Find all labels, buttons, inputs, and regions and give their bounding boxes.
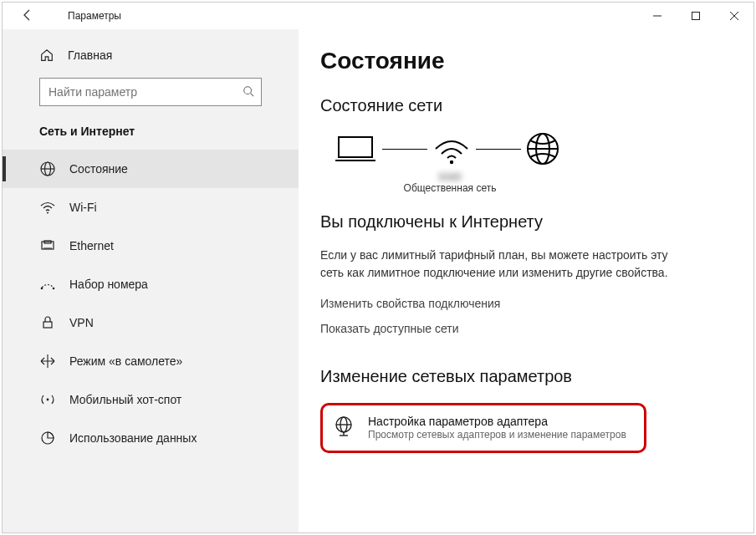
page-title: Состояние <box>320 48 720 74</box>
sidebar-item-status[interactable]: Состояние <box>3 150 299 188</box>
home-icon <box>39 48 54 63</box>
airplane-icon <box>39 353 56 369</box>
connected-body: Если у вас лимитный тарифный план, вы мо… <box>320 247 680 282</box>
close-button[interactable] <box>715 3 753 29</box>
window-title: Параметры <box>68 10 121 22</box>
sidebar-item-label: Wi-Fi <box>69 201 97 214</box>
globe-icon <box>524 130 561 167</box>
sidebar-section-label: Сеть и Интернет <box>3 125 299 150</box>
sidebar-item-vpn[interactable]: VPN <box>3 303 299 342</box>
ethernet-icon <box>39 237 56 254</box>
maximize-button[interactable] <box>677 3 715 29</box>
back-button[interactable] <box>14 8 41 24</box>
main-content: Состояние Состояние сети <box>299 29 753 532</box>
svg-point-15 <box>41 288 43 290</box>
search-icon <box>236 85 261 99</box>
search-input-wrapper[interactable] <box>39 78 262 106</box>
svg-rect-20 <box>339 137 372 157</box>
computer-icon <box>332 132 379 166</box>
sidebar-item-wifi[interactable]: Wi-Fi <box>3 188 299 227</box>
sidebar-item-label: Мобильный хот-спот <box>69 393 181 406</box>
svg-point-21 <box>450 160 453 164</box>
link-change-connection-props[interactable]: Изменить свойства подключения <box>320 297 720 310</box>
sidebar: Главная Сеть и Интернет Состояние <box>3 29 299 532</box>
sidebar-item-label: Набор номера <box>69 278 148 291</box>
adapter-icon <box>333 415 355 437</box>
sidebar-item-label: VPN <box>69 316 94 329</box>
svg-rect-1 <box>692 13 700 20</box>
link-show-available-networks[interactable]: Показать доступные сети <box>320 322 720 335</box>
sidebar-nav: Состояние Wi-Fi <box>3 150 299 457</box>
sidebar-item-ethernet[interactable]: Ethernet <box>3 227 299 265</box>
sidebar-item-label: Состояние <box>69 162 128 176</box>
change-network-settings-heading: Изменение сетевых параметров <box>320 367 720 386</box>
dialup-icon <box>39 276 56 293</box>
settings-window: Параметры Главная <box>2 2 754 533</box>
sidebar-item-label: Ethernet <box>69 239 114 252</box>
vpn-icon <box>39 314 56 331</box>
sidebar-item-hotspot[interactable]: Мобильный хот-спот <box>3 380 299 419</box>
sidebar-item-label: Использование данных <box>69 431 197 445</box>
window-control-buttons <box>638 3 753 29</box>
sidebar-item-airplane[interactable]: Режим «в самолете» <box>3 342 299 380</box>
hotspot-icon <box>39 391 56 408</box>
wifi-icon <box>39 199 56 216</box>
network-ssid: SSID <box>320 172 580 182</box>
wifi-icon <box>431 130 472 167</box>
datausage-icon <box>39 430 56 446</box>
adapter-settings-subtitle: Просмотр сетевых адаптеров и изменение п… <box>368 429 626 442</box>
diagram-caption-block: SSID Общественная сеть <box>320 172 580 194</box>
sidebar-home-label: Главная <box>68 48 112 62</box>
network-diagram <box>332 130 720 167</box>
globe-icon <box>39 160 56 177</box>
sidebar-item-label: Режим «в самолете» <box>69 354 182 368</box>
svg-point-16 <box>53 288 55 290</box>
titlebar: Параметры <box>3 3 753 29</box>
svg-point-18 <box>47 399 49 401</box>
sidebar-item-datausage[interactable]: Использование данных <box>3 419 299 457</box>
network-status-heading: Состояние сети <box>320 96 720 115</box>
sidebar-home[interactable]: Главная <box>3 48 299 78</box>
svg-point-7 <box>47 212 49 214</box>
connected-heading: Вы подключены к Интернету <box>320 212 720 232</box>
adapter-settings-title: Настройка параметров адаптера <box>368 414 626 429</box>
diagram-connector <box>382 149 427 150</box>
adapter-settings-link[interactable]: Настройка параметров адаптера Просмотр с… <box>320 403 646 453</box>
minimize-button[interactable] <box>638 3 677 29</box>
diagram-connector <box>476 149 521 150</box>
svg-point-2 <box>244 86 252 94</box>
network-type-label: Общественная сеть <box>320 182 580 194</box>
sidebar-item-dialup[interactable]: Набор номера <box>3 265 299 303</box>
svg-rect-17 <box>43 322 52 328</box>
search-input[interactable] <box>40 85 236 99</box>
svg-line-3 <box>251 93 254 96</box>
